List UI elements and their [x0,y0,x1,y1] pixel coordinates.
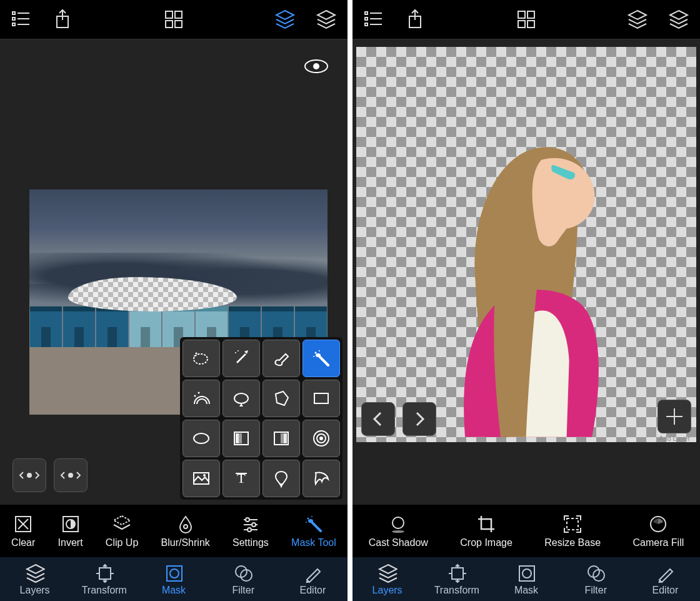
action-blur-shrink[interactable]: Blur/Shrink [161,513,210,548]
action-clear[interactable]: Clear [11,513,35,548]
share-icon[interactable] [51,8,74,31]
tool-polygon[interactable] [262,380,300,417]
action-cast-shadow[interactable]: Cast Shadow [369,513,428,548]
undo-button[interactable] [361,402,395,436]
mask-actionbar: ClearInvertClip UpBlur/ShrinkSettingsMas… [0,505,348,557]
visibility-eye-icon[interactable] [304,58,329,74]
tool-gradient-arc[interactable] [182,380,220,417]
tool-image-mask[interactable] [182,460,220,497]
transparent-background [356,47,696,442]
svg-point-70 [546,211,556,226]
tab-filter[interactable]: Filter [209,557,278,601]
tool-rectangle[interactable] [302,380,340,417]
tool-lasso-add[interactable] [182,340,220,377]
share-icon[interactable] [404,8,426,31]
grid-icon[interactable] [162,8,185,31]
tab-transform[interactable]: Transform [422,557,491,601]
tab-mask[interactable]: Mask [139,557,208,601]
girl-cutout-image [390,86,662,442]
tool-magic-wand[interactable] [222,340,260,377]
layers-active-icon[interactable] [274,8,296,31]
right-canvas[interactable]: Add Layer [352,39,700,505]
tool-linear-grad-2[interactable] [262,420,300,457]
tool-magic-brush[interactable] [302,340,340,377]
bottom-tabbar: LayersTransformMaskFilterEditor [352,557,700,601]
action-clip-up[interactable]: Clip Up [106,513,138,548]
action-camera-fill[interactable]: Camera Fill [632,513,684,548]
action-crop-image[interactable]: Crop Image [460,513,512,548]
tool-freehand[interactable] [222,380,260,417]
right-pane: Add Layer Cast ShadowCrop ImageResize Ba… [352,0,700,601]
tool-hair[interactable] [302,460,340,497]
left-canvas[interactable] [0,39,348,505]
grid-icon[interactable] [515,8,538,31]
tool-brush[interactable] [262,340,300,377]
action-settings[interactable]: Settings [232,513,269,548]
tab-layers[interactable]: Layers [352,557,422,601]
tab-transform[interactable]: Transform [69,557,139,601]
stack-icon[interactable] [626,8,649,31]
redo-button[interactable] [402,402,436,436]
tool-radial-grad[interactable] [302,420,340,457]
list-icon[interactable] [362,8,385,31]
stack-icon[interactable] [668,8,690,31]
tool-spade[interactable] [262,460,300,497]
action-resize-base[interactable]: Resize Base [544,513,601,548]
add-layer-label: Add Layer [659,435,690,442]
action-mask-tool[interactable]: Mask Tool [291,513,336,548]
nav-prev-button[interactable] [12,458,46,492]
tool-linear-grad[interactable] [222,420,260,457]
mask-tool-palette [180,337,342,500]
add-layer-button[interactable] [658,400,691,433]
tab-filter[interactable]: Filter [561,557,631,601]
bottom-tabbar: LayersTransformMaskFilterEditor [0,557,348,601]
tab-editor[interactable]: Editor [278,557,348,601]
layers-actionbar: Cast ShadowCrop ImageResize BaseCamera F… [352,505,700,557]
tool-text[interactable] [222,460,260,497]
topbar [352,0,700,39]
tool-ellipse[interactable] [182,420,220,457]
tab-mask[interactable]: Mask [491,557,561,601]
stack-icon[interactable] [315,8,338,31]
action-invert[interactable]: Invert [58,513,83,548]
nav-next-button[interactable] [54,458,88,492]
left-pane: ClearInvertClip UpBlur/ShrinkSettingsMas… [0,0,348,601]
tab-editor[interactable]: Editor [631,557,700,601]
list-icon[interactable] [10,8,32,31]
topbar [0,0,348,39]
tab-layers[interactable]: Layers [0,557,69,601]
